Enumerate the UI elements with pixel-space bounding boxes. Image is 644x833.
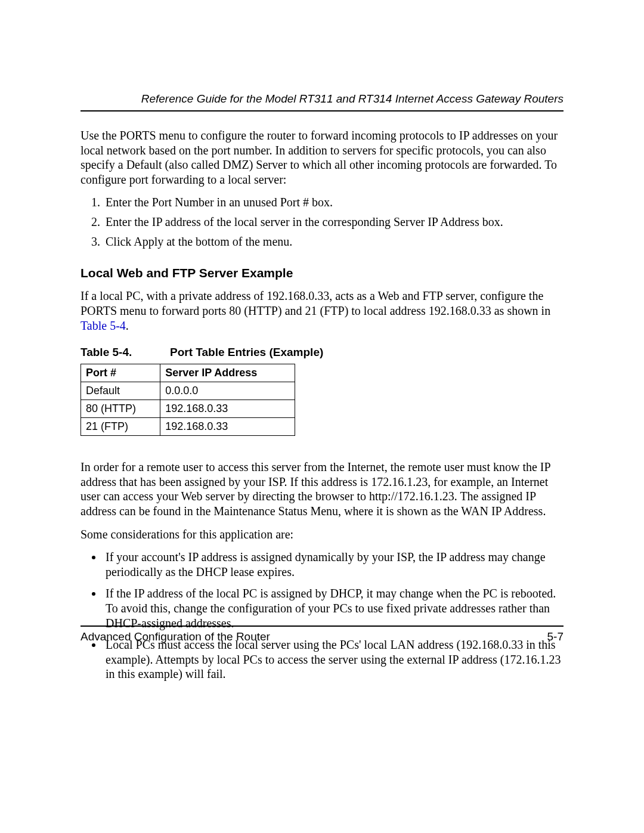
table-row: 21 (FTP) 192.168.0.33 [81, 418, 295, 436]
example-paragraph: If a local PC, with a private address of… [80, 289, 564, 333]
intro-paragraph: Use the PORTS menu to configure the rout… [80, 128, 564, 187]
list-item: Enter the Port Number in an unused Port … [103, 195, 564, 210]
running-header: Reference Guide for the Model RT311 and … [80, 92, 564, 112]
list-item: Local PCs must access the local server u… [103, 637, 564, 682]
table-cell: 0.0.0.0 [160, 382, 295, 400]
table-header-cell: Server IP Address [160, 364, 295, 382]
footer-section: Advanced Configuration of the Router [80, 630, 270, 643]
table-cell: 21 (FTP) [81, 418, 160, 436]
steps-list: Enter the Port Number in an unused Port … [80, 195, 564, 249]
table-cell: 192.168.0.33 [160, 418, 295, 436]
considerations-list: If your account's IP address is assigned… [80, 550, 564, 682]
table-cell: 192.168.0.33 [160, 400, 295, 418]
list-item: Enter the IP address of the local server… [103, 215, 564, 230]
table-header-row: Port # Server IP Address [81, 364, 295, 382]
list-item: Click Apply at the bottom of the menu. [103, 234, 564, 249]
table-cell: Default [81, 382, 160, 400]
table-row: Default 0.0.0.0 [81, 382, 295, 400]
section-subheading: Local Web and FTP Server Example [80, 266, 564, 280]
list-item: If the IP address of the local PC is ass… [103, 586, 564, 630]
table-title: Port Table Entries (Example) [170, 346, 323, 358]
after-table-paragraph: In order for a remote user to access thi… [80, 460, 564, 518]
document-page: Reference Guide for the Model RT311 and … [0, 0, 644, 833]
table-cell: 80 (HTTP) [81, 400, 160, 418]
footer-page-number: 5-7 [547, 630, 564, 643]
table-header-cell: Port # [81, 364, 160, 382]
port-table: Port # Server IP Address Default 0.0.0.0… [80, 364, 295, 436]
table-row: 80 (HTTP) 192.168.0.33 [81, 400, 295, 418]
considerations-lead: Some considerations for this application… [80, 527, 564, 542]
text-run: . [126, 319, 129, 332]
list-item: If your account's IP address is assigned… [103, 550, 564, 579]
table-number: Table 5-4. [80, 346, 170, 359]
table-crossref-link[interactable]: Table 5-4 [80, 319, 126, 332]
text-run: If a local PC, with a private address of… [80, 289, 550, 317]
header-title: Reference Guide for the Model RT311 and … [141, 92, 564, 105]
page-footer: Advanced Configuration of the Router 5-7 [80, 625, 564, 643]
table-caption: Table 5-4.Port Table Entries (Example) [80, 346, 564, 359]
